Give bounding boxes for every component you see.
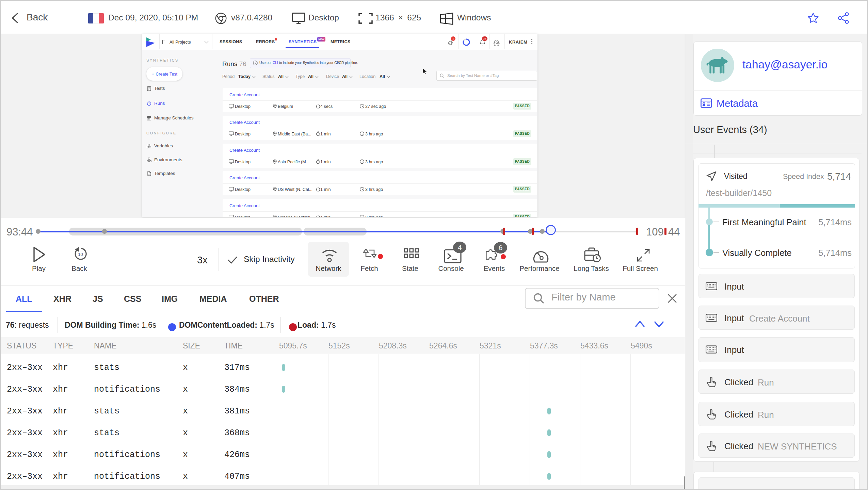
svg-text:10: 10 [78,252,83,257]
